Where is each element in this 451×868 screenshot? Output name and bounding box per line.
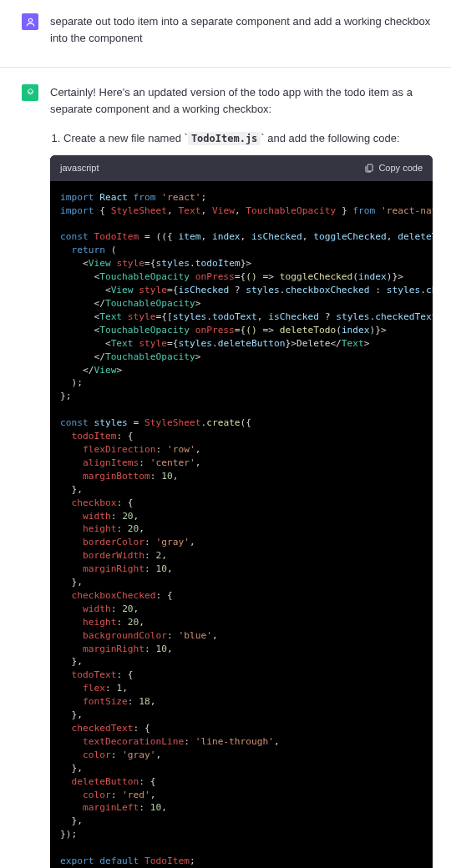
user-avatar (22, 13, 38, 30)
person-icon (25, 17, 36, 28)
code-body[interactable]: import React from 'react'; import { Styl… (50, 181, 433, 868)
code-block: javascript Copy code import React from '… (50, 155, 433, 868)
assistant-intro: Certainly! Here's an updated version of … (50, 84, 433, 118)
conversation: separate out todo item into a separate c… (0, 0, 451, 868)
copy-code-button[interactable]: Copy code (364, 161, 423, 175)
user-message-text: separate out todo item into a separate c… (50, 13, 433, 47)
steps-list: Create a new file named `TodoItem.js` an… (50, 130, 433, 147)
code-header: javascript Copy code (50, 155, 433, 181)
openai-logo-icon (25, 88, 36, 98)
step-1-suffix: and add the following code: (265, 132, 400, 144)
copy-code-label: Copy code (378, 161, 423, 175)
svg-rect-1 (367, 164, 372, 171)
assistant-message: Certainly! Here's an updated version of … (0, 68, 451, 868)
user-message: separate out todo item into a separate c… (0, 0, 451, 68)
step-1: Create a new file named `TodoItem.js` an… (63, 130, 433, 147)
assistant-message-body: Certainly! Here's an updated version of … (50, 84, 433, 868)
clipboard-icon (364, 163, 374, 173)
code-lang-label: javascript (60, 161, 99, 175)
step-1-filename: TodoItem.js (188, 132, 261, 145)
svg-point-0 (28, 18, 32, 22)
step-1-prefix: Create a new file named (63, 132, 185, 144)
assistant-avatar (22, 84, 38, 101)
